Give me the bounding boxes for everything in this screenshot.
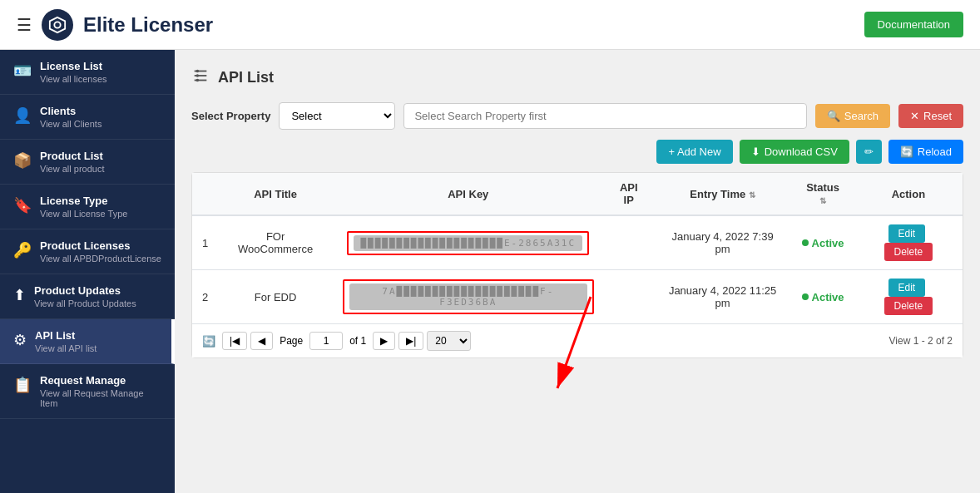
sidebar-item-license-type-title: License Type xyxy=(40,195,127,207)
status-dot xyxy=(802,239,809,246)
refresh-icon: 🔄 xyxy=(202,335,215,348)
row1-status: Active xyxy=(791,215,854,270)
top-header: ☰ Elite Licenser Documentation xyxy=(0,0,980,50)
svg-point-7 xyxy=(196,80,198,81)
row2-status: Active xyxy=(791,270,854,324)
row1-title: FOr WooCommerce xyxy=(218,215,333,270)
svg-point-5 xyxy=(196,71,198,72)
api-table: API Title API Key API IP Entry Time ⇅ xyxy=(192,173,963,323)
license-list-icon: 🪪 xyxy=(13,62,32,80)
api-list-icon: ⚙ xyxy=(13,331,27,349)
row1-api-key: ████████████████████E-2865A31C xyxy=(333,215,604,270)
page-label: Page xyxy=(280,335,303,347)
sidebar-item-license-type[interactable]: 🔖 License Type View all License Type xyxy=(0,185,175,229)
svg-point-1 xyxy=(54,22,60,27)
pagination-row: 🔄 |◀ ◀ Page 1 of 1 ▶ ▶| 20 50 100 xyxy=(192,323,963,357)
sidebar-item-request-manage[interactable]: 📋 Request Manage View all Request Manage… xyxy=(0,364,175,419)
download-csv-button[interactable]: ⬇ Download CSV xyxy=(740,140,849,164)
table-header-row: API Title API Key API IP Entry Time ⇅ xyxy=(192,173,963,215)
next-page-button[interactable]: ▶ xyxy=(373,332,395,350)
row2-delete-button[interactable]: Delete xyxy=(884,297,933,315)
app-title: Elite Licenser xyxy=(83,13,213,37)
product-licenses-icon: 🔑 xyxy=(13,241,32,259)
sidebar-item-api-list-title: API List xyxy=(35,329,97,342)
sidebar-item-clients[interactable]: 👤 Clients View all Clients xyxy=(0,95,175,140)
row2-entry-time: January 4, 2022 11:25 pm xyxy=(654,270,792,324)
status-dot xyxy=(802,293,809,300)
sort-icon-entry[interactable]: ⇅ xyxy=(749,190,755,200)
pagination-controls: 🔄 |◀ ◀ Page 1 of 1 ▶ ▶| 20 50 100 xyxy=(202,331,471,351)
col-api-key: API Key xyxy=(333,173,604,215)
col-status: Status ⇅ xyxy=(791,173,854,215)
sidebar-item-product-updates[interactable]: ⬆ Product Updates View all Product Updat… xyxy=(0,274,175,319)
search-icon: 🔍 xyxy=(827,110,840,122)
sidebar-item-license-list-title: License List xyxy=(40,60,107,72)
row1-delete-button[interactable]: Delete xyxy=(884,243,933,261)
row2-actions: Edit Delete xyxy=(854,270,963,324)
sort-icon-status[interactable]: ⇅ xyxy=(819,196,826,205)
row1-num: 1 xyxy=(192,215,218,270)
last-page-button[interactable]: ▶| xyxy=(398,332,423,350)
property-select[interactable]: Select xyxy=(279,102,395,130)
sidebar-item-clients-subtitle: View all Clients xyxy=(40,119,101,129)
sidebar-item-license-list[interactable]: 🪪 License List View all licenses xyxy=(0,50,175,95)
row2-api-ip xyxy=(604,270,654,324)
row1-api-ip xyxy=(604,215,654,270)
hamburger-menu[interactable]: ☰ xyxy=(17,15,32,35)
header-left: ☰ Elite Licenser xyxy=(17,9,213,41)
x-icon: ✕ xyxy=(910,110,919,122)
page-header: API List xyxy=(191,67,963,89)
add-new-button[interactable]: + Add New xyxy=(656,140,732,164)
sidebar-item-product-list[interactable]: 📦 Product List View all product xyxy=(0,140,175,185)
search-input[interactable] xyxy=(403,103,806,129)
sidebar-item-request-manage-title: Request Manage xyxy=(40,374,161,387)
page-number-input[interactable]: 1 xyxy=(309,332,343,350)
reset-button[interactable]: ✕ Reset xyxy=(898,104,963,128)
col-num xyxy=(192,173,218,215)
logo-icon xyxy=(42,9,73,41)
row1-edit-button[interactable]: Edit xyxy=(888,224,926,243)
col-api-ip: API IP xyxy=(604,173,654,215)
sidebar-item-api-list[interactable]: ⚙ API List View all API list xyxy=(0,319,175,364)
documentation-button[interactable]: Documentation xyxy=(864,12,963,37)
sidebar-item-api-list-subtitle: View all API list xyxy=(35,343,97,353)
prev-page-button[interactable]: ◀ xyxy=(250,332,273,350)
sidebar-item-clients-title: Clients xyxy=(40,105,101,117)
table-row: 2 For EDD 7A████████████████████F-F3ED36… xyxy=(192,270,963,324)
filter-row: Select Property Select 🔍 Search ✕ Reset xyxy=(191,102,963,130)
first-page-button[interactable]: |◀ xyxy=(222,332,247,350)
sidebar-item-product-updates-title: Product Updates xyxy=(34,284,136,297)
row2-title: For EDD xyxy=(218,270,333,324)
sidebar-item-license-type-subtitle: View all License Type xyxy=(40,209,127,219)
sidebar-item-product-updates-subtitle: View all Product Updates xyxy=(34,298,136,308)
col-entry-time: Entry Time ⇅ xyxy=(654,173,792,215)
clients-icon: 👤 xyxy=(13,106,32,125)
main-content: API List Select Property Select 🔍 Search… xyxy=(175,50,980,493)
license-type-icon: 🔖 xyxy=(13,196,32,214)
sidebar-item-product-licenses-title: Product Licenses xyxy=(40,239,161,252)
sidebar-item-product-list-subtitle: View all product xyxy=(40,164,104,174)
sidebar-item-product-licenses[interactable]: 🔑 Product Licenses View all APBDProductL… xyxy=(0,229,175,274)
product-list-icon: 📦 xyxy=(13,151,32,170)
search-button[interactable]: 🔍 Search xyxy=(815,104,890,128)
product-updates-icon: ⬆ xyxy=(13,286,26,304)
table-container: API Title API Key API IP Entry Time ⇅ xyxy=(191,172,963,358)
row1-entry-time: January 4, 2022 7:39 pm xyxy=(654,215,792,270)
page-header-icon xyxy=(191,67,210,89)
col-action: Action xyxy=(854,173,963,215)
reload-icon: 🔄 xyxy=(900,145,913,158)
sidebar-item-product-licenses-subtitle: View all APBDProductLicense xyxy=(40,254,161,264)
view-info: View 1 - 2 of 2 xyxy=(889,335,953,347)
request-manage-icon: 📋 xyxy=(13,376,32,394)
filter-property-label: Select Property xyxy=(191,110,270,122)
edit-icon-button[interactable]: ✏ xyxy=(856,140,882,164)
row1-actions: Edit Delete xyxy=(854,215,963,270)
row2-num: 2 xyxy=(192,270,218,324)
per-page-select[interactable]: 20 50 100 xyxy=(427,331,471,351)
svg-point-6 xyxy=(196,75,198,76)
col-api-title: API Title xyxy=(218,173,333,215)
row2-edit-button[interactable]: Edit xyxy=(888,279,926,297)
reload-button[interactable]: 🔄 Reload xyxy=(888,140,963,164)
main-layout: 🪪 License List View all licenses 👤 Clien… xyxy=(0,50,980,493)
sidebar-item-request-manage-subtitle: View all Request Manage Item xyxy=(40,388,161,408)
